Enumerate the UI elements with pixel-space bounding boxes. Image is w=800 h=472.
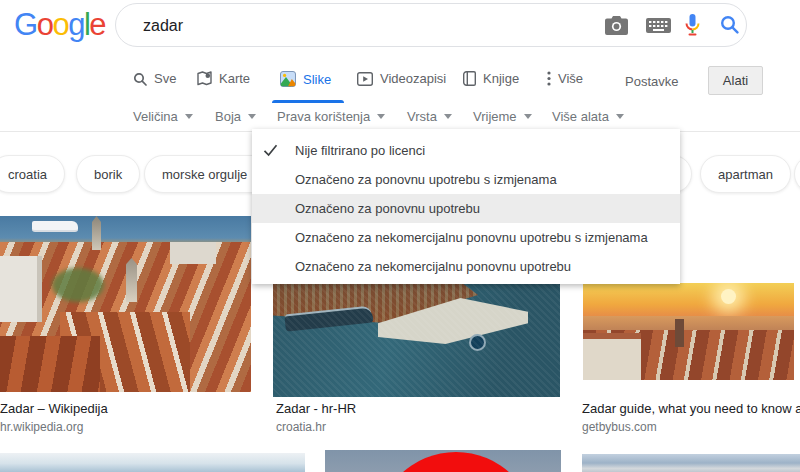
building-shape: [583, 333, 641, 380]
chevron-down-icon: [185, 114, 193, 119]
tab-slike[interactable]: Slike: [280, 71, 331, 87]
building-shape: [0, 256, 42, 322]
result-title[interactable]: Zadar guide, what you need to know abo: [582, 401, 800, 416]
chip-borik[interactable]: borik: [76, 155, 140, 193]
tab-label: Sve: [154, 71, 176, 86]
tab-vise[interactable]: Više: [547, 71, 583, 86]
filter-vise-alata[interactable]: Više alata: [552, 109, 624, 124]
result-image-partial[interactable]: [0, 453, 305, 472]
search-input[interactable]: [141, 5, 565, 47]
result-domain[interactable]: croatia.hr: [276, 420, 326, 434]
camera-icon[interactable]: [605, 16, 628, 35]
monument-shape: [469, 334, 486, 351]
chip-apartman[interactable]: apartman: [700, 155, 791, 193]
ship-shape: [32, 221, 78, 232]
filter-label: Vrsta: [407, 109, 437, 124]
keyboard-icon[interactable]: [646, 18, 671, 33]
result-title[interactable]: Zadar – Wikipedija: [0, 401, 108, 416]
tab-label: Videozapisi: [380, 71, 446, 86]
church-tower-shape: [126, 258, 137, 302]
images-icon: [280, 71, 296, 87]
result-image-partial[interactable]: [582, 454, 800, 472]
tab-label: Slike: [303, 72, 331, 87]
logo-letter: o: [52, 7, 68, 42]
filter-prava-koristenja[interactable]: Prava korištenja: [277, 109, 385, 124]
result-title-wrap: Zadar guide, what you need to know abo: [582, 401, 800, 417]
filter-label: Vrijeme: [473, 109, 517, 124]
tab-label: Karte: [219, 71, 250, 86]
tools-button[interactable]: Alati: [708, 66, 763, 95]
building-shape: [170, 242, 216, 264]
filter-velicina[interactable]: Veličina: [133, 109, 193, 124]
video-icon: [357, 72, 373, 86]
active-tab-underline: [272, 100, 344, 103]
filter-boja[interactable]: Boja: [215, 109, 256, 124]
mic-icon[interactable]: [685, 14, 700, 36]
park-shape: [52, 268, 104, 302]
result-image-zadar-getbybus[interactable]: [583, 283, 794, 380]
usage-rights-menu: Nije filtrirano po licenci Označeno za p…: [252, 129, 680, 284]
tab-karte[interactable]: Karte: [197, 71, 250, 86]
result-image-partial[interactable]: [325, 450, 561, 472]
book-icon: [463, 71, 476, 86]
sun-shape: [721, 289, 736, 304]
search-tab-icon: [133, 72, 147, 86]
church-tower-shape: [675, 319, 684, 347]
menu-item-no-filter[interactable]: Nije filtrirano po licenci: [252, 136, 680, 165]
settings-link[interactable]: Postavke: [625, 74, 678, 89]
logo-letter: e: [89, 7, 105, 42]
menu-item-label: Označeno za nekomercijalnu ponovnu upotr…: [295, 259, 571, 274]
menu-item-reuse[interactable]: Označeno za ponovnu upotrebu: [252, 194, 680, 223]
logo-letter: o: [37, 7, 53, 42]
result-image-zadar-wikipedija[interactable]: [0, 216, 251, 392]
menu-item-reuse-with-modification[interactable]: Označeno za ponovnu upotrebu s izmjenama: [252, 165, 680, 194]
logo-letter: g: [68, 7, 84, 42]
filter-vrijeme[interactable]: Vrijeme: [473, 109, 532, 124]
chevron-down-icon: [377, 114, 385, 119]
tab-sve[interactable]: Sve: [133, 71, 176, 86]
menu-item-label: Označeno za ponovnu upotrebu: [295, 201, 480, 216]
menu-item-label: Nije filtrirano po licenci: [295, 143, 425, 158]
promenade-shape: [378, 298, 528, 344]
chevron-down-icon: [616, 114, 624, 119]
menu-item-label: Označeno za nekomercijalnu ponovnu upotr…: [295, 230, 648, 245]
result-domain[interactable]: hr.wikipedia.org: [0, 420, 83, 434]
chip-croatia[interactable]: croatia: [0, 155, 65, 193]
church-tower-shape: [92, 216, 101, 250]
map-icon: [197, 71, 212, 86]
rooftops-shape: [0, 336, 100, 392]
search-icon[interactable]: [720, 15, 739, 34]
chevron-down-icon: [248, 114, 256, 119]
menu-item-noncommercial-reuse-with-modification[interactable]: Označeno za nekomercijalnu ponovnu upotr…: [252, 223, 680, 252]
logo-letter: G: [14, 7, 37, 42]
tab-videozapisi[interactable]: Videozapisi: [357, 71, 446, 86]
menu-item-label: Označeno za ponovnu upotrebu s izmjenama: [295, 172, 557, 187]
more-vertical-icon: [547, 71, 551, 86]
tab-label: Knjige: [483, 71, 519, 86]
filter-vrsta[interactable]: Vrsta: [407, 109, 452, 124]
google-logo[interactable]: Google: [14, 7, 105, 43]
search-bar[interactable]: [115, 3, 747, 47]
filter-label: Više alata: [552, 109, 609, 124]
chevron-down-icon: [524, 114, 532, 119]
chevron-down-icon: [444, 114, 452, 119]
tab-label: Više: [558, 71, 583, 86]
tab-knjige[interactable]: Knjige: [463, 71, 519, 86]
red-sphere-shape: [376, 452, 536, 472]
checkmark-icon: [263, 144, 278, 157]
sea-shape: [583, 316, 794, 330]
filter-label: Boja: [215, 109, 241, 124]
menu-item-noncommercial-reuse[interactable]: Označeno za nekomercijalnu ponovnu upotr…: [252, 252, 680, 281]
filter-label: Veličina: [133, 109, 178, 124]
result-title[interactable]: Zadar - hr-HR: [276, 401, 356, 416]
ship-shape: [284, 307, 373, 331]
chip-partial[interactable]: [794, 155, 800, 193]
filter-label: Prava korištenja: [277, 109, 370, 124]
result-domain[interactable]: getbybus.com: [582, 420, 657, 434]
